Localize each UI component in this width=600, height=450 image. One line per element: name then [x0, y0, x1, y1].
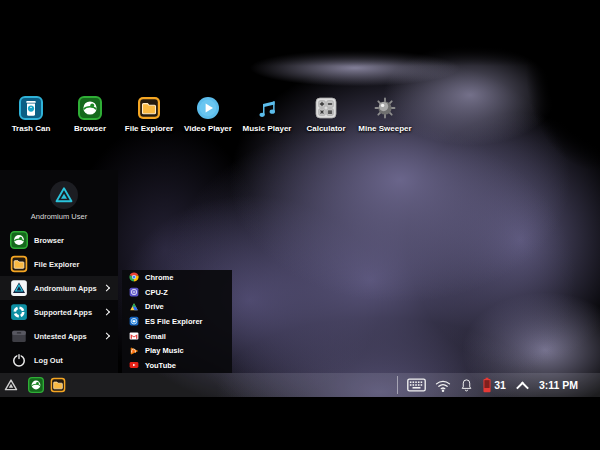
andromium-logo-icon: [4, 378, 18, 392]
desktop-icon-file-explorer[interactable]: File Explorer: [120, 96, 178, 133]
menu-item-label: File Explorer: [34, 260, 79, 269]
chevron-right-icon: [103, 308, 110, 315]
desktop-icon-calculator[interactable]: Calculator: [297, 96, 355, 133]
wifi-icon: [435, 379, 451, 392]
submenu-item-chrome[interactable]: Chrome: [122, 270, 232, 285]
menu-item-label: Untested Apps: [34, 332, 87, 341]
keyboard-icon: [407, 378, 426, 392]
start-menu-item-untested-apps[interactable]: Untested Apps: [0, 324, 118, 348]
chevron-right-icon: [103, 284, 110, 291]
bell-icon: [460, 378, 473, 392]
start-button[interactable]: [0, 373, 22, 397]
browser-icon: [78, 96, 102, 120]
start-menu: Andromium User Browser: [0, 170, 118, 373]
es-file-explorer-icon: [129, 316, 139, 326]
start-menu-item-andromium-apps[interactable]: Andromium Apps: [0, 276, 118, 300]
andromium-logo-icon: [54, 185, 74, 205]
submenu-item-label: Chrome: [145, 273, 173, 282]
desktop-icon-trash-can[interactable]: Trash Can: [2, 96, 60, 133]
submenu-item-play-music[interactable]: Play Music: [122, 343, 232, 358]
user-name: Andromium User: [0, 212, 118, 221]
file-explorer-icon: [50, 377, 66, 393]
taskbar: 31 3:11 PM: [0, 373, 600, 397]
calculator-icon: [314, 96, 338, 120]
untested-apps-icon: [10, 327, 28, 345]
submenu-item-drive[interactable]: Drive: [122, 299, 232, 314]
submenu-item-label: ES File Explorer: [145, 317, 203, 326]
submenu-item-label: Drive: [145, 302, 164, 311]
submenu-item-label: Gmail: [145, 332, 166, 341]
tray-divider: [397, 376, 398, 394]
gmail-icon: [129, 331, 139, 341]
desktop-icon-label: Mine Sweeper: [358, 124, 411, 133]
menu-item-label: Log Out: [34, 356, 63, 365]
video-player-icon: [196, 96, 220, 120]
start-menu-item-browser[interactable]: Browser: [0, 228, 118, 252]
trash-can-icon: [19, 96, 43, 120]
submenu-item-gmail[interactable]: Gmail: [122, 329, 232, 344]
desktop-icon-label: File Explorer: [125, 124, 173, 133]
chevron-up-icon[interactable]: [516, 382, 529, 395]
submenu-item-label: CPU-Z: [145, 288, 168, 297]
desktop-icon-label: Browser: [74, 124, 106, 133]
system-tray: 31 3:11 PM: [397, 373, 600, 397]
browser-icon: [10, 231, 28, 249]
mine-sweeper-icon: [373, 96, 397, 120]
chrome-icon: [129, 272, 139, 282]
supported-apps-icon: [10, 303, 28, 321]
battery-status[interactable]: 31: [482, 377, 506, 393]
file-explorer-icon: [137, 96, 161, 120]
desktop-icon-label: Trash Can: [12, 124, 51, 133]
andromium-apps-icon: [10, 279, 28, 297]
submenu-item-label: YouTube: [145, 361, 176, 370]
taskbar-clock[interactable]: 3:11 PM: [539, 379, 578, 391]
notifications-button[interactable]: [460, 378, 473, 392]
browser-icon: [28, 377, 44, 393]
taskbar-app-file-explorer[interactable]: [50, 377, 66, 393]
battery-percent: 31: [494, 379, 506, 391]
chevron-right-icon: [103, 332, 110, 339]
desktop-icon-mine-sweeper[interactable]: Mine Sweeper: [356, 96, 414, 133]
desktop-icon-label: Calculator: [306, 124, 345, 133]
power-icon: [10, 351, 28, 369]
desktop-icon-video-player[interactable]: Video Player: [179, 96, 237, 133]
desktop-icon-music-player[interactable]: Music Player: [238, 96, 296, 133]
desktop-icon-label: Music Player: [243, 124, 292, 133]
submenu-item-es-file-explorer[interactable]: ES File Explorer: [122, 314, 232, 329]
menu-item-label: Supported Apps: [34, 308, 92, 317]
menu-item-label: Andromium Apps: [34, 284, 97, 293]
menu-item-label: Browser: [34, 236, 64, 245]
battery-icon: [482, 377, 492, 393]
submenu-item-youtube[interactable]: YouTube: [122, 358, 232, 373]
taskbar-app-browser[interactable]: [28, 377, 44, 393]
andromium-apps-submenu: Chrome CPU-Z Drive: [122, 270, 232, 373]
wifi-button[interactable]: [435, 379, 451, 392]
desktop-icon-browser[interactable]: Browser: [61, 96, 119, 133]
cpu-z-icon: [129, 287, 139, 297]
youtube-icon: [129, 360, 139, 370]
file-explorer-icon: [10, 255, 28, 273]
desktop[interactable]: Trash Can Browser File Explorer: [0, 0, 600, 397]
screen: Trash Can Browser File Explorer: [0, 0, 600, 450]
keyboard-button[interactable]: [407, 378, 426, 392]
submenu-item-cpu-z[interactable]: CPU-Z: [122, 285, 232, 300]
user-avatar[interactable]: [50, 181, 78, 209]
taskbar-left: [0, 373, 66, 397]
play-music-icon: [129, 346, 139, 356]
drive-icon: [129, 302, 139, 312]
music-player-icon: [255, 96, 279, 120]
start-menu-item-file-explorer[interactable]: File Explorer: [0, 252, 118, 276]
start-menu-item-log-out[interactable]: Log Out: [0, 348, 118, 372]
desktop-icon-label: Video Player: [184, 124, 232, 133]
start-menu-item-supported-apps[interactable]: Supported Apps: [0, 300, 118, 324]
submenu-item-label: Play Music: [145, 346, 184, 355]
start-menu-items: Browser File Explorer: [0, 228, 118, 372]
